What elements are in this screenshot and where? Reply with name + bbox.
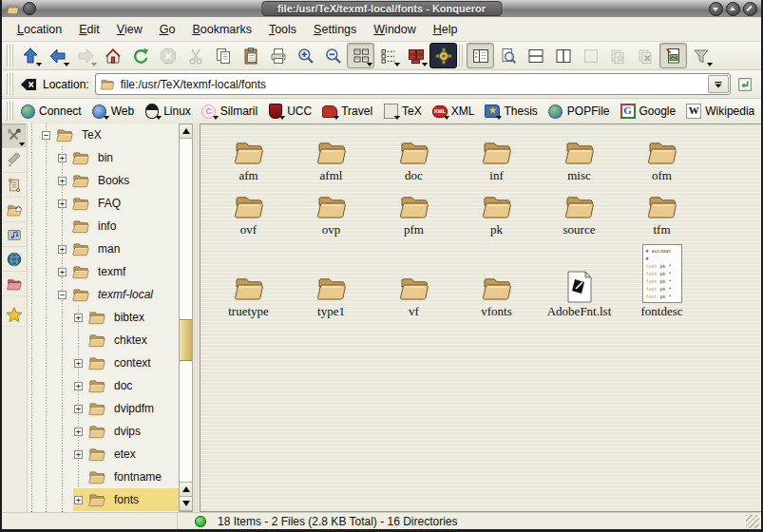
menu-help[interactable]: Help [426,21,466,38]
scroll-down-button[interactable] [180,496,192,511]
menu-window[interactable]: Window [366,21,423,38]
tree-item-info[interactable]: info [28,215,179,238]
expand-icon[interactable] [58,200,67,208]
file-item[interactable]: ovf [207,182,290,237]
print-button[interactable] [264,43,292,68]
cut-button[interactable] [181,43,209,68]
menu-settings[interactable]: Settings [306,21,364,38]
tree-item-context[interactable]: context [28,352,179,374]
tree-item-dvipdfm[interactable]: dvipdfm [28,397,179,420]
back-button[interactable] [44,43,71,68]
expand-icon[interactable] [74,405,83,413]
tree-item-etex[interactable]: etex [28,443,179,466]
bookmark-travel[interactable]: Travel [318,103,379,120]
zoom-in-button[interactable] [292,43,319,68]
split-vertical-button[interactable] [549,43,577,68]
toolbar-grip[interactable] [7,102,13,121]
tree-item-chktex[interactable]: chktex [28,329,179,352]
file-item[interactable]: ovp [290,182,372,237]
reload-button[interactable] [126,43,154,68]
expand-icon[interactable] [74,450,83,459]
bookmark-linux[interactable]: Linux [141,103,198,120]
sidebar-bookmarks-button[interactable] [2,302,26,327]
file-item[interactable]: ofm [620,129,703,182]
stop-button[interactable] [154,43,181,68]
bookmark-thesis[interactable]: ★Thesis [481,103,544,120]
resize-grip[interactable] [746,515,759,528]
gear-view-button[interactable] [429,43,457,68]
go-button[interactable] [734,74,756,95]
menu-location[interactable]: Location [10,21,69,38]
forward-button[interactable] [71,43,99,68]
clear-location-button[interactable] [16,71,41,97]
detail-view-button[interactable] [402,43,429,68]
toolbar-grip[interactable] [7,73,13,95]
expand-icon[interactable] [58,245,67,254]
location-input[interactable]: file:/usr/TeX/texmf-local/fonts [95,73,731,95]
scroll-up-button[interactable] [180,124,192,139]
expand-icon[interactable] [74,382,83,390]
maximize-button[interactable] [726,2,740,16]
sidebar-configure-button[interactable] [2,124,26,148]
window-menu-button[interactable] [23,2,36,15]
bookmark-web[interactable]: Web [88,103,141,120]
bookmark-tex[interactable]: TeX [379,103,429,120]
expand-icon[interactable] [74,359,83,368]
expand-icon[interactable] [74,314,83,322]
tree-item-man[interactable]: man [28,238,179,260]
menu-edit[interactable]: Edit [71,21,107,38]
file-item[interactable]: misc [538,129,620,182]
sidebar-pencil-button[interactable] [2,148,26,173]
minimize-button[interactable] [709,2,723,16]
bookmark-popfile[interactable]: POPFile [544,103,617,120]
tree-scrollbar[interactable] [179,124,193,512]
icon-view-button[interactable] [347,43,374,68]
file-item[interactable]: afml [290,129,372,182]
file-item[interactable]: type1 [290,237,372,318]
bookmark-ucc[interactable]: UCC [264,103,318,120]
file-item[interactable]: pk [455,182,538,237]
file-item[interactable]: tfm [620,182,703,237]
scrollbar-thumb[interactable] [180,319,192,361]
menu-go[interactable]: Go [152,21,183,38]
tree-item-fonts[interactable]: fonts [28,488,179,511]
tree-item-texmf[interactable]: texmf [28,260,179,283]
file-item[interactable]: vfonts [455,237,538,318]
file-item[interactable]: AdobeFnt.lst [538,237,620,318]
file-item[interactable]: source [538,182,620,237]
home-button[interactable] [99,43,126,68]
collapse-icon[interactable] [42,131,50,140]
tree-item-bibtex[interactable]: bibtex [28,306,179,329]
tree-item-doc[interactable]: doc [28,374,179,397]
copy-button[interactable] [209,43,237,68]
file-item[interactable]: inf [455,129,538,182]
collapse-icon[interactable] [58,291,67,299]
bookmark-google[interactable]: GGoogle [617,103,683,120]
tree-item-dvips[interactable]: dvips [28,420,179,443]
bookmark-wikipedia[interactable]: WWikipedia [682,103,761,120]
expand-icon[interactable] [58,177,67,185]
up-button[interactable] [16,43,44,68]
expand-icon[interactable] [74,428,83,436]
tree-item-texmf-local[interactable]: texmf-local [28,283,179,306]
split-horizontal-button[interactable] [522,43,549,68]
expand-icon[interactable] [58,268,67,276]
menu-tools[interactable]: Tools [261,21,304,38]
tree-item-fontname[interactable]: fontname [28,466,179,488]
paste-button[interactable] [237,43,264,68]
show-sidebar-button[interactable] [467,43,494,68]
location-dropdown-button[interactable] [708,75,729,93]
close-button[interactable] [743,2,757,16]
bookmark-connect[interactable]: Connect [16,103,88,120]
sidebar-services-button[interactable] [2,222,26,247]
filter-button[interactable] [687,43,715,68]
menu-bookmarks[interactable]: Bookmarks [184,21,259,38]
expand-icon[interactable] [58,154,67,162]
remove-view-button[interactable] [577,43,604,68]
tree-item-faq[interactable]: FAQ [28,192,179,215]
file-item[interactable]: # automat # font pk * font pk * font pk … [620,237,703,318]
sidebar-network-button[interactable] [2,247,26,272]
sidebar-history-button[interactable] [2,173,26,198]
preview-button[interactable] [659,43,687,68]
file-icon-view[interactable]: afm afml doc inf misc ofm ovf ovp pfm pk… [200,124,761,512]
